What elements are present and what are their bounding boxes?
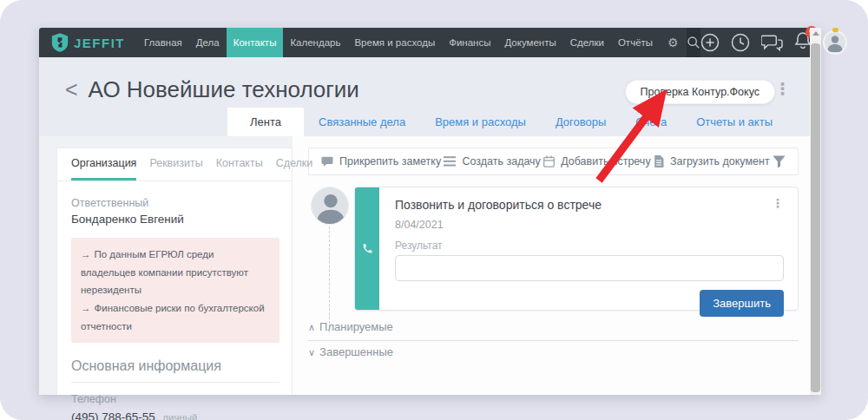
task-author-avatar <box>311 187 349 225</box>
sidebar-tabs: Организация Реквизиты Контакты Сделки <box>57 148 292 181</box>
phone-label: Телефон <box>71 393 279 405</box>
nav-item-finansy[interactable]: Финансы <box>442 28 497 57</box>
status-dot <box>832 28 838 32</box>
scroll-up-arrow[interactable] <box>812 31 819 36</box>
note-icon <box>321 156 333 167</box>
phone-icon <box>362 243 373 254</box>
organization-sidebar: Организация Реквизиты Контакты Сделки От… <box>56 148 293 395</box>
task-card-body: Позвонить и договориться о встрече ⋮ 8/0… <box>379 187 798 317</box>
title-row: < АО Новейшие технологии <box>65 76 359 103</box>
planned-section-label: Планируемые <box>319 320 393 333</box>
task-date: 8/04/2021 <box>395 219 784 231</box>
tab-scheta[interactable]: Счета <box>621 108 681 136</box>
chat-icon[interactable] <box>761 33 783 52</box>
add-meeting-button[interactable]: Добавить встречу <box>543 155 650 167</box>
vertical-scrollbar[interactable] <box>810 28 821 395</box>
person-icon <box>312 187 349 225</box>
upload-document-button[interactable]: Загрузить документ <box>654 155 770 167</box>
screenshot-stage: JEFFIT Главная Дела Контакты Календарь В… <box>0 0 868 420</box>
search-button[interactable] <box>687 28 700 57</box>
create-task-button[interactable]: Создать задачу <box>444 155 540 167</box>
responsible-name: Бондаренко Евгений <box>71 213 279 226</box>
nav-item-sdelki[interactable]: Сделки <box>563 28 611 57</box>
nav-item-dela[interactable]: Дела <box>189 28 227 57</box>
header-kebab-icon[interactable]: ⋮ <box>774 82 791 96</box>
warning-item: →Финансовые риски по бухгалтерской отчет… <box>81 299 270 335</box>
tab-dogovory[interactable]: Договоры <box>541 108 621 136</box>
notifications-button[interactable]: 9 <box>794 31 812 54</box>
collapse-icon: ∧ <box>308 322 315 332</box>
jeffit-logo[interactable]: JEFFIT <box>51 33 125 52</box>
tab-vremya-i-rashody[interactable]: Время и расходы <box>420 108 541 136</box>
task-kebab-icon[interactable]: ⋮ <box>772 198 784 209</box>
result-label: Результат <box>395 240 784 252</box>
sidebar-tab-organizatsiya[interactable]: Организация <box>71 148 136 180</box>
page-header: < АО Новейшие технологии Проверка Контур… <box>39 57 810 136</box>
task-type-call-bar <box>355 187 379 310</box>
jeffit-logo-icon <box>51 33 69 52</box>
sidebar-tab-sdelki[interactable]: Сделки <box>276 148 313 180</box>
sidebar-tab-kontakty[interactable]: Контакты <box>216 148 263 180</box>
arrow-bullet-icon: → <box>81 249 91 259</box>
filter-icon[interactable] <box>773 155 786 168</box>
tab-lenta[interactable]: Лента <box>227 108 304 136</box>
task-title[interactable]: Позвонить и договориться о встрече <box>395 198 602 212</box>
sidebar-body: Ответственный Бондаренко Евгений →По дан… <box>57 181 292 420</box>
gear-icon[interactable]: ⚙ <box>660 36 687 49</box>
sidebar-tab-rekvizity[interactable]: Реквизиты <box>149 148 202 180</box>
completed-section-label: Завершенные <box>319 345 393 358</box>
navbar-right-icons: 9 <box>700 30 847 55</box>
task-list-icon <box>444 156 456 167</box>
document-icon <box>654 155 664 167</box>
risk-warning-box: →По данным ЕГРЮЛ среди владельцев компан… <box>71 238 279 343</box>
complete-button[interactable]: Завершить <box>700 290 784 317</box>
nav-item-glavnaya[interactable]: Главная <box>137 28 189 57</box>
feed-timeline <box>329 226 330 332</box>
plus-circle-icon[interactable] <box>700 33 720 52</box>
task-card: Позвонить и договориться о встрече ⋮ 8/0… <box>354 187 799 311</box>
planned-section-toggle[interactable]: ∧Планируемые <box>308 320 799 341</box>
expand-icon: ∨ <box>308 347 315 358</box>
phone-type: личный <box>162 412 197 420</box>
attach-note-label: Прикрепить заметку <box>339 155 441 167</box>
person-icon <box>825 32 845 53</box>
create-task-label: Создать задачу <box>462 155 540 167</box>
main-info-heading: Основная информация <box>71 358 279 374</box>
back-chevron-icon[interactable]: < <box>65 79 78 101</box>
app-window: JEFFIT Главная Дела Контакты Календарь В… <box>39 28 821 395</box>
nav-item-dokumenty[interactable]: Документы <box>497 28 562 57</box>
nav-item-kalendar[interactable]: Календарь <box>283 28 347 57</box>
clock-icon[interactable] <box>731 33 750 52</box>
result-input[interactable] <box>395 255 784 281</box>
warning-text: Финансовые риски по бухгалтерской отчетн… <box>81 303 265 331</box>
search-icon <box>687 36 700 49</box>
content-area: Прикрепить заметку Создать задачу <box>39 136 810 395</box>
tab-svyazannye-dela[interactable]: Связанные дела <box>304 108 420 136</box>
warning-item: →По данным ЕГРЮЛ среди владельцев компан… <box>81 246 270 299</box>
responsible-label: Ответственный <box>71 197 279 209</box>
calendar-icon <box>543 155 555 167</box>
page-title: АО Новейшие технологии <box>89 76 359 103</box>
upload-document-label: Загрузить документ <box>670 155 770 167</box>
attach-note-button[interactable]: Прикрепить заметку <box>321 155 441 167</box>
arrow-bullet-icon: → <box>81 303 91 313</box>
nav-item-otchety[interactable]: Отчёты <box>611 28 660 57</box>
user-avatar[interactable] <box>823 30 847 55</box>
top-navbar: JEFFIT Главная Дела Контакты Календарь В… <box>39 28 810 57</box>
user-avatar-wrap <box>823 30 847 55</box>
nav-item-vremya-i-rashody[interactable]: Время и расходы <box>347 28 442 57</box>
feed-toolbar: Прикрепить заметку Создать задачу <box>308 148 799 175</box>
tab-otchety-i-akty[interactable]: Отчеты и акты <box>681 108 787 136</box>
page-tabs: Лента Связанные дела Время и расходы Дог… <box>227 108 787 136</box>
phone-row: (495) 788-65-55 личный <box>71 409 279 420</box>
scrollbar-thumb[interactable] <box>811 43 820 392</box>
completed-section-toggle[interactable]: ∨Завершенные <box>308 345 799 358</box>
jeffit-logo-text: JEFFIT <box>74 36 125 50</box>
feed-panel: Прикрепить заметку Создать задачу <box>293 136 810 395</box>
nav-item-kontakty[interactable]: Контакты <box>227 28 284 57</box>
phone-value: (495) 788-65-55 <box>71 410 155 420</box>
warning-text: По данным ЕГРЮЛ среди владельцев компани… <box>81 249 248 295</box>
section-divider <box>71 382 279 383</box>
add-meeting-label: Добавить встречу <box>561 155 650 167</box>
kontur-fokus-check-button[interactable]: Проверка Контур.Фокус <box>625 80 775 104</box>
